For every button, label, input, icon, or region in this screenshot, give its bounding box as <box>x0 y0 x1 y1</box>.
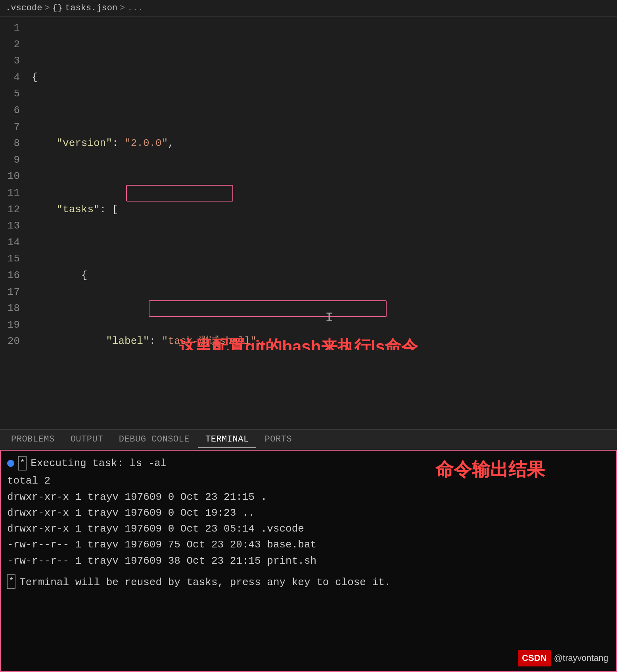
editor-area: 12345 678910 1112131415 1617181920 21222… <box>0 17 617 350</box>
tab-problems[interactable]: PROBLEMS <box>4 431 62 448</box>
breadcrumb: .vscode > {} tasks.json > ... <box>0 0 617 17</box>
status-asterisk: * <box>18 456 27 470</box>
terminal-line-1: drwxr-xr-x 1 trayv 197609 0 Oct 23 21:15… <box>7 489 610 505</box>
code-editor[interactable]: { "version": "2.0.0", "tasks": [ { "labe… <box>28 17 617 350</box>
terminal-footer-text: Terminal will be reused by tasks, press … <box>19 574 391 590</box>
command-highlight-box <box>126 185 233 202</box>
terminal-panel[interactable]: 命令输出结果 * Executing task: ls -al total 2 … <box>0 450 617 672</box>
terminal-line-4: -rw-r--r-- 1 trayv 197609 75 Oct 23 20:4… <box>7 537 610 553</box>
text-cursor: I <box>325 310 333 325</box>
editor-empty-space <box>0 350 617 429</box>
status-dot-blue <box>7 460 14 467</box>
tab-debug-console[interactable]: DEBUG CONSOLE <box>112 431 197 448</box>
terminal-output: total 2 drwxr-xr-x 1 trayv 197609 0 Oct … <box>7 473 610 569</box>
terminal-line-5: -rw-r--r-- 1 trayv 197609 38 Oct 23 21:1… <box>7 553 610 569</box>
tab-output[interactable]: OUTPUT <box>63 431 110 448</box>
breadcrumb-ellipsis: ... <box>127 3 143 13</box>
terminal-line-3: drwxr-xr-x 1 trayv 197609 0 Oct 23 05:14… <box>7 521 610 537</box>
executable-highlight-box <box>149 300 387 317</box>
executing-task-text: Executing task: ls -al <box>31 455 167 471</box>
breadcrumb-file: tasks.json <box>65 3 117 13</box>
panel-tabs: PROBLEMS OUTPUT DEBUG CONSOLE TERMINAL P… <box>0 429 617 450</box>
breadcrumb-folder: .vscode <box>6 3 42 13</box>
breadcrumb-brace: {} <box>52 3 63 13</box>
breadcrumb-sep1: > <box>44 3 50 13</box>
terminal-line-2: drwxr-xr-x 1 trayv 197609 0 Oct 19:23 .. <box>7 505 610 521</box>
terminal-footer: * Terminal will be reused by tasks, pres… <box>7 574 610 590</box>
footer-asterisk: * <box>7 574 15 589</box>
csdn-username: @trayvontang <box>554 651 608 665</box>
tab-terminal[interactable]: TERMINAL <box>198 431 256 448</box>
csdn-logo: CSDN <box>518 650 550 666</box>
tab-ports[interactable]: PORTS <box>258 431 299 448</box>
breadcrumb-sep2: > <box>120 3 125 13</box>
terminal-annotation: 命令输出结果 <box>435 455 545 484</box>
watermark: CSDN @trayvontang <box>518 650 608 666</box>
line-numbers: 12345 678910 1112131415 1617181920 21222… <box>0 17 28 350</box>
